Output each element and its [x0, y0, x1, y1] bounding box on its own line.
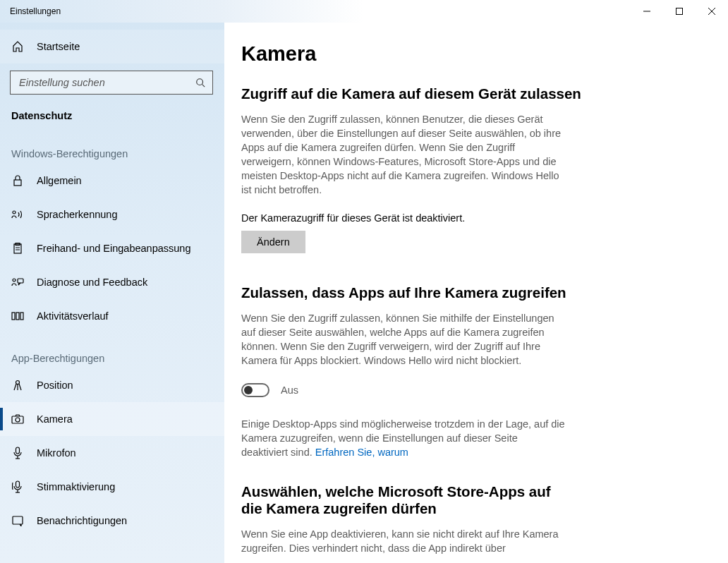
sidebar-item-camera[interactable]: Kamera [0, 402, 224, 436]
sidebar-item-microphone[interactable]: Mikrofon [0, 436, 224, 470]
svg-point-22 [16, 418, 20, 422]
maximize-button[interactable] [663, 0, 696, 23]
svg-rect-23 [16, 447, 20, 454]
svg-rect-1 [677, 8, 683, 15]
close-button[interactable] [696, 0, 728, 23]
group-windows-permissions: Windows-Berechtigungen [0, 128, 224, 164]
svg-rect-15 [16, 313, 19, 320]
location-icon [11, 380, 24, 391]
svg-point-17 [16, 381, 20, 385]
activity-icon [11, 310, 24, 322]
sidebar-item-label: Freihand- und Eingabeanpassung [37, 243, 190, 254]
svg-rect-26 [16, 481, 20, 488]
sidebar-item-location[interactable]: Position [0, 368, 224, 402]
voice-activation-icon [11, 480, 24, 493]
sidebar-item-notifications[interactable]: Benachrichtigungen [0, 504, 224, 538]
svg-line-19 [19, 384, 21, 390]
camera-access-status: Der Kamerazugriff für dieses Gerät ist d… [241, 212, 679, 224]
change-button[interactable]: Ändern [241, 231, 305, 253]
svg-rect-6 [14, 180, 21, 186]
sidebar-item-label: Allgemein [37, 175, 82, 186]
svg-point-7 [13, 211, 16, 214]
section2-text: Wenn Sie den Zugriff zulassen, können Si… [241, 311, 566, 368]
sidebar-item-label: Stimmaktivierung [37, 481, 115, 492]
svg-rect-16 [20, 313, 23, 320]
microphone-icon [11, 447, 24, 459]
sidebar-item-label: Diagnose und Feedback [37, 277, 147, 288]
sidebar-item-voice-activation[interactable]: Stimmaktivierung [0, 470, 224, 504]
notifications-icon [11, 515, 24, 526]
sidebar-item-label: Aktivitätsverlauf [37, 310, 109, 322]
section2-note: Einige Desktop-Apps sind möglicherweise … [241, 417, 566, 459]
svg-point-12 [13, 279, 16, 282]
sidebar-item-speech[interactable]: Spracherkennung [0, 198, 224, 231]
svg-point-4 [197, 79, 203, 85]
sidebar-item-inking[interactable]: Freihand- und Eingabeanpassung [0, 231, 224, 265]
sidebar-item-label: Spracherkennung [37, 209, 117, 220]
home-icon [11, 41, 24, 52]
speech-icon [11, 209, 24, 220]
clipboard-icon [11, 243, 24, 254]
sidebar-item-activity[interactable]: Aktivitätsverlauf [0, 299, 224, 333]
toggle-state-label: Aus [281, 385, 298, 396]
svg-rect-29 [13, 516, 23, 524]
titlebar: Einstellungen [0, 0, 728, 23]
sidebar-item-diagnostics[interactable]: Diagnose und Feedback [0, 265, 224, 299]
section3-heading: Auswählen, welche Microsoft Store-Apps a… [241, 483, 566, 517]
sidebar: Startseite Datenschutz Windows-Berechtig… [0, 23, 224, 563]
toggle-knob [244, 386, 253, 394]
section3-text: Wenn Sie eine App deaktivieren, kann sie… [241, 527, 566, 555]
section2-heading: Zulassen, dass Apps auf Ihre Kamera zugr… [241, 284, 679, 301]
section1-text: Wenn Sie den Zugriff zulassen, können Be… [241, 112, 566, 197]
learn-why-link[interactable]: Erfahren Sie, warum [315, 447, 408, 458]
page-title: Kamera [241, 42, 679, 66]
sidebar-item-label: Benachrichtigungen [37, 515, 127, 526]
camera-icon [11, 414, 24, 424]
svg-rect-13 [18, 279, 23, 283]
lock-icon [11, 175, 24, 186]
svg-line-5 [202, 85, 205, 87]
sidebar-item-label: Position [37, 380, 73, 391]
apps-camera-toggle[interactable] [241, 383, 269, 397]
minimize-button[interactable] [631, 0, 663, 23]
feedback-icon [11, 277, 24, 288]
svg-line-18 [14, 384, 16, 390]
group-app-permissions: App-Berechtigungen [0, 333, 224, 368]
sidebar-item-general[interactable]: Allgemein [0, 164, 224, 198]
svg-rect-14 [12, 313, 15, 320]
section1-heading: Zugriff auf die Kamera auf diesem Gerät … [241, 85, 679, 102]
search-icon [188, 78, 212, 87]
home-button[interactable]: Startseite [0, 30, 224, 63]
content-area: Kamera Zugriff auf die Kamera auf diesem… [224, 23, 728, 563]
search-box[interactable] [10, 71, 213, 95]
sidebar-item-label: Kamera [37, 413, 73, 425]
search-input[interactable] [11, 77, 188, 88]
home-label: Startseite [37, 41, 80, 52]
category-label: Datenschutz [0, 95, 224, 128]
window-title: Einstellungen [0, 6, 61, 16]
sidebar-item-label: Mikrofon [37, 447, 76, 459]
